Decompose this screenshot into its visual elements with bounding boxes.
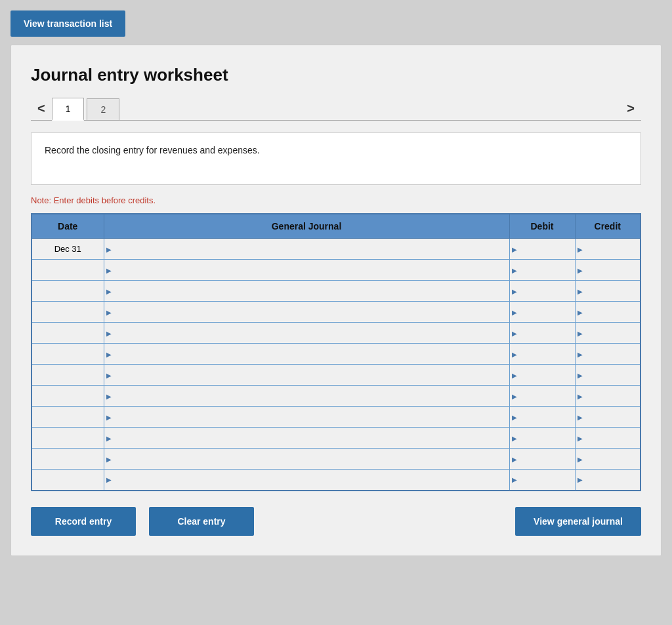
general-journal-cell[interactable] <box>104 449 509 470</box>
general-journal-input[interactable] <box>104 470 509 490</box>
debit-input[interactable] <box>510 365 575 385</box>
debit-cell[interactable] <box>509 260 575 281</box>
credit-cell[interactable] <box>575 260 640 281</box>
footer-buttons: Record entry Clear entry View general jo… <box>31 507 641 536</box>
general-journal-input[interactable] <box>104 302 509 322</box>
debit-cell[interactable] <box>509 344 575 365</box>
table-row <box>32 407 640 428</box>
general-journal-cell[interactable] <box>104 281 509 302</box>
debit-cell[interactable] <box>509 386 575 407</box>
journal-table: Date General Journal Debit Credit Dec 31 <box>31 213 641 491</box>
date-cell <box>32 302 104 323</box>
table-row: Dec 31 <box>32 239 640 260</box>
credit-cell[interactable] <box>575 344 640 365</box>
debit-input[interactable] <box>510 428 575 448</box>
credit-cell[interactable] <box>575 365 640 386</box>
top-bar: View transaction list <box>10 10 662 37</box>
credit-input[interactable] <box>576 302 640 322</box>
instruction-box: Record the closing entry for revenues an… <box>31 132 641 185</box>
general-journal-cell[interactable] <box>104 386 509 407</box>
debit-cell[interactable] <box>509 428 575 449</box>
general-journal-cell[interactable] <box>104 365 509 386</box>
view-transaction-button[interactable]: View transaction list <box>10 10 125 37</box>
table-row <box>32 281 640 302</box>
debit-cell[interactable] <box>509 302 575 323</box>
general-journal-input[interactable] <box>104 449 509 469</box>
credit-input[interactable] <box>576 239 640 259</box>
next-tab-button[interactable]: > <box>620 98 641 119</box>
debit-input[interactable] <box>510 449 575 469</box>
prev-tab-button[interactable]: < <box>31 98 52 119</box>
date-cell <box>32 407 104 428</box>
credit-cell[interactable] <box>575 428 640 449</box>
date-cell <box>32 449 104 470</box>
debit-input[interactable] <box>510 344 575 364</box>
tab-1[interactable]: 1 <box>52 98 85 121</box>
general-journal-input[interactable] <box>104 323 509 343</box>
debit-input[interactable] <box>510 407 575 427</box>
credit-cell[interactable] <box>575 302 640 323</box>
debit-cell[interactable] <box>509 470 575 491</box>
debit-cell[interactable] <box>509 239 575 260</box>
credit-input[interactable] <box>576 428 640 448</box>
credit-cell[interactable] <box>575 470 640 491</box>
credit-input[interactable] <box>576 365 640 385</box>
general-journal-input[interactable] <box>104 344 509 364</box>
credit-input[interactable] <box>576 470 640 490</box>
debit-cell[interactable] <box>509 323 575 344</box>
general-journal-cell[interactable] <box>104 323 509 344</box>
credit-cell[interactable] <box>575 386 640 407</box>
table-row <box>32 428 640 449</box>
general-journal-cell[interactable] <box>104 407 509 428</box>
credit-cell[interactable] <box>575 281 640 302</box>
debit-cell[interactable] <box>509 407 575 428</box>
debit-cell[interactable] <box>509 449 575 470</box>
general-journal-input[interactable] <box>104 428 509 448</box>
credit-cell[interactable] <box>575 239 640 260</box>
credit-input[interactable] <box>576 344 640 364</box>
credit-input[interactable] <box>576 323 640 343</box>
general-journal-input[interactable] <box>104 407 509 427</box>
note-text: Note: Enter debits before credits. <box>31 195 641 205</box>
general-journal-cell[interactable] <box>104 470 509 491</box>
date-cell <box>32 260 104 281</box>
general-journal-input[interactable] <box>104 239 509 259</box>
general-journal-cell[interactable] <box>104 428 509 449</box>
general-journal-cell[interactable] <box>104 302 509 323</box>
general-journal-cell[interactable] <box>104 260 509 281</box>
credit-input[interactable] <box>576 449 640 469</box>
credit-input[interactable] <box>576 407 640 427</box>
debit-cell[interactable] <box>509 281 575 302</box>
general-journal-input[interactable] <box>104 281 509 301</box>
general-journal-cell[interactable] <box>104 344 509 365</box>
table-row <box>32 365 640 386</box>
debit-input[interactable] <box>510 281 575 301</box>
view-general-journal-button[interactable]: View general journal <box>515 507 641 536</box>
debit-input[interactable] <box>510 386 575 406</box>
general-journal-cell[interactable] <box>104 239 509 260</box>
credit-cell[interactable] <box>575 323 640 344</box>
header-date: Date <box>32 214 104 239</box>
tabs-row: < 1 2 > <box>31 97 641 121</box>
debit-input[interactable] <box>510 323 575 343</box>
header-credit: Credit <box>575 214 640 239</box>
debit-input[interactable] <box>510 260 575 280</box>
credit-cell[interactable] <box>575 407 640 428</box>
instruction-text: Record the closing entry for revenues an… <box>45 145 260 155</box>
tab-2[interactable]: 2 <box>87 98 119 121</box>
credit-cell[interactable] <box>575 449 640 470</box>
debit-cell[interactable] <box>509 365 575 386</box>
clear-entry-button[interactable]: Clear entry <box>149 507 254 536</box>
debit-input[interactable] <box>510 302 575 322</box>
credit-input[interactable] <box>576 260 640 280</box>
debit-input[interactable] <box>510 239 575 259</box>
general-journal-input[interactable] <box>104 365 509 385</box>
debit-input[interactable] <box>510 470 575 490</box>
record-entry-button[interactable]: Record entry <box>31 507 136 536</box>
credit-input[interactable] <box>576 386 640 406</box>
general-journal-input[interactable] <box>104 386 509 406</box>
credit-input[interactable] <box>576 281 640 301</box>
table-row <box>32 344 640 365</box>
general-journal-input[interactable] <box>104 260 509 280</box>
table-row <box>32 470 640 491</box>
